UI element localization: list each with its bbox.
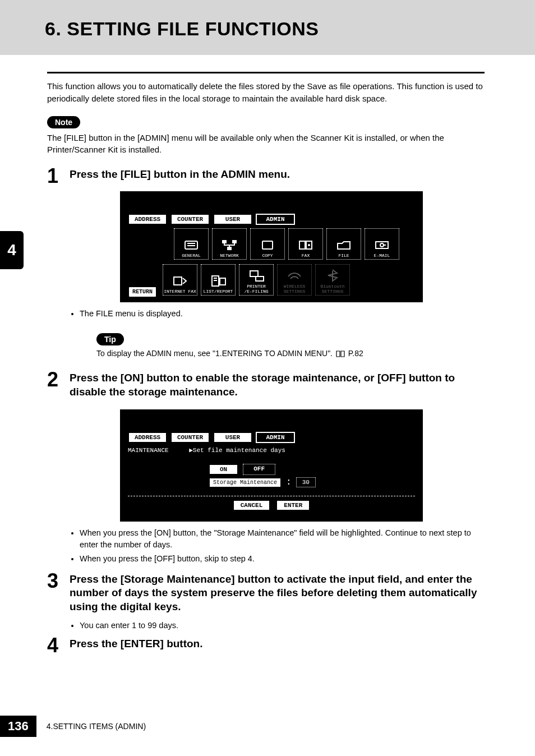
on-button[interactable]: ON <box>209 464 238 475</box>
svg-rect-17 <box>250 271 258 276</box>
svg-rect-5 <box>227 247 232 250</box>
note-label: Note <box>55 118 72 127</box>
step-number: 4 <box>47 634 58 657</box>
copy-icon <box>258 238 277 252</box>
side-chapter-tab: 4 <box>0 231 24 269</box>
note-text: The [FILE] button in the [ADMIN] menu wi… <box>47 132 485 155</box>
tab-counter[interactable]: COUNTER <box>170 214 210 225</box>
intro-paragraph: This function allows you to automaticall… <box>47 80 485 105</box>
step-title: Press the [ENTER] button. <box>70 637 485 651</box>
list-item: When you press the [OFF] button, skip to… <box>80 553 485 565</box>
storage-maintenance-row: Storage Maintenance : 30 <box>209 477 418 488</box>
step-title: Press the [ON] button to enable the stor… <box>70 371 485 399</box>
network-icon <box>220 238 239 252</box>
tip-label: Tip <box>104 335 116 344</box>
list-report-button[interactable]: LIST/REPORT <box>201 264 236 296</box>
tab-user[interactable]: USER <box>213 432 252 443</box>
fax-icon <box>296 238 315 252</box>
svg-rect-4 <box>232 240 237 243</box>
page-footer: 136 4.SETTING ITEMS (ADMIN) <box>0 716 535 737</box>
list-report-icon <box>209 274 228 288</box>
page: 6. SETTING FILE FUNCTIONS 4 This functio… <box>0 0 535 756</box>
off-button[interactable]: OFF <box>243 464 275 475</box>
svg-point-9 <box>308 244 310 246</box>
tip-text: To display the ADMIN menu, see "1.ENTERI… <box>96 349 485 359</box>
icon-label: E-MAIL <box>374 253 390 258</box>
divider <box>128 496 415 496</box>
svg-rect-15 <box>214 280 217 281</box>
bluetooth-settings-button[interactable]: Bluetooth SETTINGS <box>315 264 350 296</box>
tab-counter[interactable]: COUNTER <box>170 432 210 443</box>
file-button[interactable]: FILE <box>326 228 361 260</box>
cancel-button[interactable]: CANCEL <box>233 500 271 511</box>
tip-badge: Tip <box>96 333 124 345</box>
top-rule <box>47 72 485 73</box>
step-number: 3 <box>47 569 58 593</box>
svg-rect-18 <box>256 276 264 281</box>
tab-address[interactable]: ADDRESS <box>128 214 167 225</box>
tab-address[interactable]: ADDRESS <box>128 432 167 443</box>
network-button[interactable]: NETWORK <box>212 228 247 260</box>
icon-row-1: GENERAL NETWORK COPY FAX <box>174 228 418 260</box>
tab-admin[interactable]: ADMIN <box>256 214 295 225</box>
tab-row: ADDRESS COUNTER USER ADMIN <box>128 214 418 225</box>
page-number: 136 <box>0 716 36 737</box>
printer-icon <box>247 269 266 283</box>
on-off-row: ON OFF <box>209 464 418 475</box>
step-2: 2 Press the [ON] button to enable the st… <box>47 371 485 564</box>
icon-label: INTERNET FAX <box>164 289 196 294</box>
enter-button[interactable]: ENTER <box>276 500 310 511</box>
return-button[interactable]: RETURN <box>128 286 157 298</box>
step-1-bullets: The FILE menu is displayed. <box>80 308 485 320</box>
wireless-settings-button[interactable]: WIRELESS SETTINGS <box>277 264 312 296</box>
wireless-icon <box>285 269 304 283</box>
icon-label: Bluetooth SETTINGS <box>320 284 344 294</box>
svg-rect-10 <box>376 242 388 248</box>
book-icon <box>336 350 345 359</box>
list-item: When you press the [ON] button, the "Sto… <box>80 527 485 551</box>
content-area: This function allows you to automaticall… <box>47 72 485 651</box>
dialog-buttons: CANCEL ENTER <box>124 500 418 511</box>
icon-row-2: INTERNET FAX LIST/REPORT PRINTER /E-FILI… <box>163 264 350 296</box>
bluetooth-icon <box>323 269 342 283</box>
step-title: Press the [FILE] button in the ADMIN men… <box>70 168 485 182</box>
side-chapter-number: 4 <box>7 241 16 259</box>
svg-rect-14 <box>214 278 217 279</box>
tip-page-ref: P.82 <box>348 349 363 358</box>
icon-label: LIST/REPORT <box>204 289 233 294</box>
maintenance-row: MAINTENANCE ▶Set file maintenance days <box>128 446 418 454</box>
note-badge: Note <box>47 116 80 128</box>
icon-label: FAX <box>302 253 310 258</box>
maintenance-screenshot: ADDRESS COUNTER USER ADMIN MAINTENANCE ▶… <box>120 409 423 522</box>
icon-label: WIRELESS SETTINGS <box>284 284 305 294</box>
storage-maintenance-button[interactable]: Storage Maintenance <box>209 477 282 488</box>
icon-label: COPY <box>262 253 273 258</box>
tab-admin[interactable]: ADMIN <box>256 432 295 443</box>
step-1: 1 Press the [FILE] button in the ADMIN m… <box>47 168 485 359</box>
step-3: 3 Press the [Storage Maintenance] button… <box>47 573 485 631</box>
svg-rect-2 <box>187 245 195 246</box>
internet-fax-button[interactable]: INTERNET FAX <box>163 264 197 296</box>
svg-point-11 <box>380 243 384 247</box>
printer-efiling-button[interactable]: PRINTER /E-FILING <box>239 264 274 296</box>
colon: : <box>286 477 292 487</box>
step-4: 4 Press the [ENTER] button. <box>47 637 485 651</box>
general-icon <box>182 238 201 252</box>
email-icon <box>372 238 391 252</box>
icon-label: GENERAL <box>182 253 201 258</box>
tab-row: ADDRESS COUNTER USER ADMIN <box>128 432 418 443</box>
general-button[interactable]: GENERAL <box>174 228 209 260</box>
step-2-bullets: When you press the [ON] button, the "Sto… <box>80 527 485 565</box>
list-item: You can enter 1 to 99 days. <box>80 620 485 631</box>
copy-button[interactable]: COPY <box>250 228 285 260</box>
step-3-bullets: You can enter 1 to 99 days. <box>80 620 485 631</box>
icon-label: FILE <box>338 253 349 258</box>
storage-maintenance-value[interactable]: 30 <box>296 477 316 487</box>
step-number: 1 <box>47 164 58 188</box>
icon-label: NETWORK <box>220 253 239 258</box>
svg-rect-7 <box>299 241 305 249</box>
fax-button[interactable]: FAX <box>288 228 323 260</box>
email-button[interactable]: E-MAIL <box>365 228 399 260</box>
file-icon <box>334 238 353 252</box>
tab-user[interactable]: USER <box>213 214 252 225</box>
